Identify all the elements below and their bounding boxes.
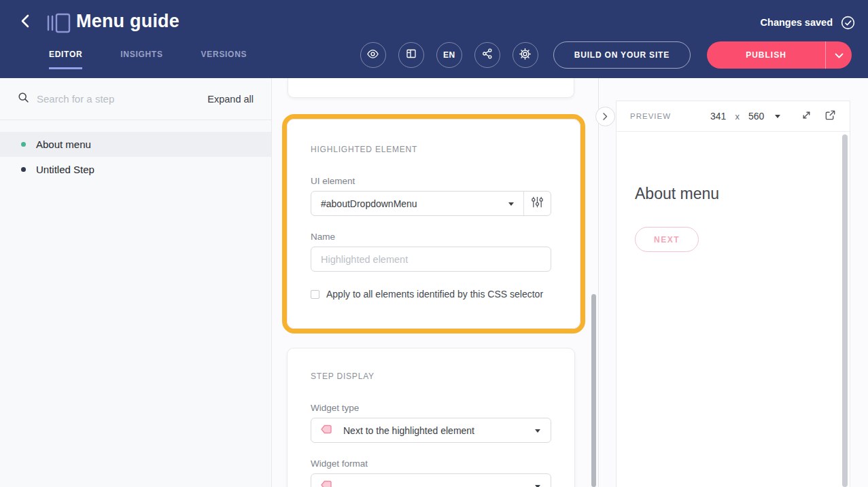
preview-title: PREVIEW: [630, 112, 671, 120]
steps-sidebar: Expand all About menu Untitled Step: [0, 78, 272, 487]
step-editor-panel: HIGHLIGHTED ELEMENT UI element #aboutDro…: [273, 78, 598, 487]
gear-icon: [519, 48, 532, 63]
diagonal-arrows-icon: [801, 109, 812, 124]
preview-width-value: 341: [710, 111, 726, 122]
preview-size-dropdown[interactable]: 341 x 560: [710, 111, 780, 122]
eye-icon: [366, 48, 379, 63]
changes-saved-status: Changes saved: [761, 17, 833, 28]
publish-button[interactable]: PUBLISH: [707, 41, 825, 69]
search-icon: [18, 92, 29, 106]
external-link-icon: [824, 109, 836, 124]
navbar-actions: EN BUILD ON YOUR SITE PUBLISH: [360, 41, 852, 69]
tab-insights[interactable]: INSIGHTS: [120, 50, 162, 69]
step-item-about-menu[interactable]: About menu: [0, 132, 271, 157]
collapse-preview-button[interactable]: [595, 107, 615, 126]
chevron-down-icon: [835, 49, 844, 61]
step-display-card: STEP DISPLAY Widget type Next to the hig…: [287, 348, 575, 487]
search-step-input[interactable]: [37, 93, 207, 105]
previous-settings-card: [288, 78, 574, 98]
triangle-down-icon: [508, 202, 514, 206]
preview-header: PREVIEW 341 x 560: [617, 101, 850, 132]
panel-divider: [598, 78, 599, 487]
preview-header-actions: [788, 109, 836, 124]
preview-scrollbar[interactable]: [842, 134, 848, 487]
page-title: Menu guide: [76, 11, 179, 32]
name-label: Name: [311, 232, 557, 242]
editor-scrollbar[interactable]: [591, 294, 596, 487]
preview-content: About menu NEXT: [617, 132, 850, 252]
widget-type-value: Next to the highlighted element: [343, 425, 474, 436]
step-item-untitled-step[interactable]: Untitled Step: [0, 157, 271, 182]
size-separator: x: [735, 111, 740, 122]
guide-logo-icon: [46, 12, 71, 37]
tooltip-bubble-icon: [319, 478, 333, 487]
expand-preview-button[interactable]: [801, 109, 812, 124]
settings-button[interactable]: [513, 42, 538, 68]
back-button[interactable]: [16, 14, 34, 31]
step-item-label: About menu: [36, 139, 91, 150]
tab-versions[interactable]: VERSIONS: [201, 50, 247, 69]
share-icon: [481, 48, 493, 62]
sliders-icon: [531, 196, 544, 211]
ui-element-label: UI element: [311, 176, 557, 186]
section-title-highlighted-element: HIGHLIGHTED ELEMENT: [311, 145, 557, 154]
apply-to-all-label: Apply to all elements identified by this…: [326, 289, 543, 300]
triangle-down-icon: [775, 115, 780, 118]
share-button[interactable]: [474, 42, 500, 68]
apply-to-all-row: Apply to all elements identified by this…: [311, 289, 557, 300]
publish-more-button[interactable]: [825, 41, 852, 69]
language-button[interactable]: EN: [436, 42, 462, 68]
open-in-new-button[interactable]: [824, 109, 836, 124]
ui-element-select[interactable]: #aboutDropdownMenu: [311, 191, 551, 216]
widget-type-label: Widget type: [311, 403, 551, 413]
widget-format-select[interactable]: [311, 473, 551, 487]
tooltip-bubble-icon: [319, 422, 333, 439]
preview-next-button[interactable]: NEXT: [635, 227, 699, 252]
section-title-step-display: STEP DISPLAY: [311, 372, 551, 381]
ui-element-value: #aboutDropdownMenu: [321, 198, 417, 209]
editor-tabs: EDITOR INSIGHTS VERSIONS: [49, 50, 285, 69]
widget-format-label: Widget format: [311, 458, 551, 469]
chevron-right-icon: [603, 111, 608, 123]
chevron-left-icon: [18, 14, 32, 31]
step-status-dot: [21, 167, 26, 172]
step-status-dot: [21, 142, 26, 147]
widget-type-select[interactable]: Next to the highlighted element: [311, 418, 551, 443]
preview-step-title: About menu: [635, 185, 850, 203]
panel-layout-icon: [405, 48, 417, 62]
preview-height-value: 560: [748, 111, 764, 122]
expand-all-link[interactable]: Expand all: [207, 94, 254, 105]
step-list: About menu Untitled Step: [0, 132, 271, 182]
tab-editor[interactable]: EDITOR: [49, 50, 82, 69]
check-circle-icon: [840, 15, 856, 33]
top-navbar: Menu guide Changes saved EDITOR INSIGHTS…: [0, 0, 868, 78]
preview-panel: PREVIEW 341 x 560 About menu NEXT: [616, 101, 850, 487]
language-label: EN: [443, 50, 455, 60]
highlighted-element-card: HIGHLIGHTED ELEMENT UI element #aboutDro…: [282, 114, 585, 333]
step-search-row: Expand all: [0, 78, 271, 120]
triangle-down-icon: [535, 429, 540, 433]
build-on-your-site-button[interactable]: BUILD ON YOUR SITE: [553, 41, 691, 69]
apply-to-all-checkbox[interactable]: [311, 290, 319, 299]
publish-split-button: PUBLISH: [707, 41, 852, 69]
element-name-input[interactable]: [311, 247, 551, 272]
preview-eye-button[interactable]: [360, 42, 386, 68]
step-item-label: Untitled Step: [36, 164, 94, 175]
layout-button[interactable]: [398, 42, 424, 68]
element-settings-button[interactable]: [523, 192, 551, 215]
